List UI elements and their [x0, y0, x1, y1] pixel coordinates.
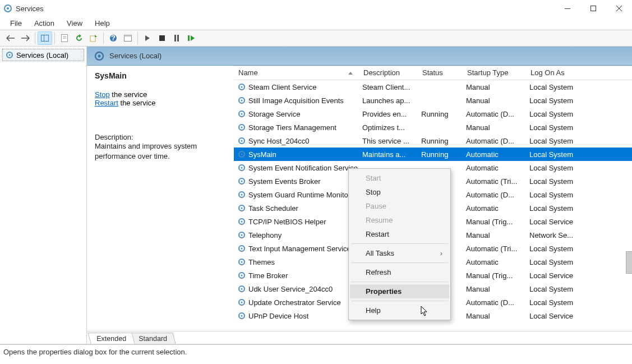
main-content: Services (Local) Services (Local) SysMai…	[0, 47, 632, 344]
service-row[interactable]: SysMainMaintains a...RunningAutomaticLoc…	[234, 148, 632, 161]
tree-item-services-local[interactable]: Services (Local)	[2, 49, 84, 61]
menu-view[interactable]: View	[61, 18, 88, 29]
context-refresh[interactable]: Refresh	[350, 265, 449, 279]
tree-pane: Services (Local)	[0, 47, 87, 344]
toolbar: ?	[0, 30, 632, 47]
title-bar: Services	[0, 0, 632, 17]
cell-startup: Manual	[463, 96, 526, 105]
svg-rect-18	[177, 35, 179, 42]
forward-button[interactable]	[18, 31, 33, 45]
svg-text:?: ?	[111, 34, 116, 42]
restart-service-link[interactable]: Restart	[95, 99, 118, 107]
stop-suffix: the service	[110, 90, 147, 99]
cell-name: Themes	[234, 257, 359, 266]
column-header-name[interactable]: Name	[234, 66, 359, 80]
context-restart[interactable]: Restart	[350, 227, 449, 241]
svg-point-29	[241, 113, 243, 115]
description-label: Description:	[95, 133, 226, 141]
minimize-button[interactable]	[555, 0, 580, 17]
svg-point-25	[241, 86, 243, 88]
detail-panel: SysMain Stop the service Restart the ser…	[87, 66, 234, 331]
cell-logon: Local Service	[526, 271, 591, 280]
list-header: Name Description Status Startup Type Log…	[234, 66, 632, 80]
cell-name: Telephony	[234, 231, 359, 239]
service-row[interactable]: Storage Tiers ManagementOptimizes t...Ma…	[234, 121, 632, 134]
maximize-button[interactable]	[580, 0, 606, 17]
cell-name: SysMain	[234, 150, 359, 159]
cell-name: Text Input Management Service	[234, 244, 359, 253]
start-service-button[interactable]	[140, 31, 155, 45]
cell-startup: Manual (Trig...	[463, 271, 526, 280]
cell-startup: Manual	[463, 312, 526, 320]
show-tree-button[interactable]	[38, 31, 52, 45]
pause-service-button[interactable]	[169, 31, 184, 45]
stop-service-link-line: Stop the service	[95, 90, 226, 99]
context-stop[interactable]: Stop	[350, 185, 449, 199]
column-header-logon[interactable]: Log On As	[526, 66, 591, 80]
cell-logon: Local System	[526, 298, 591, 307]
cell-startup: Automatic	[463, 150, 526, 159]
svg-rect-19	[188, 35, 190, 41]
play-icon	[145, 35, 150, 42]
toolbar-separator	[35, 32, 35, 44]
stop-service-button[interactable]	[155, 31, 169, 45]
context-all-tasks[interactable]: All Tasks	[350, 246, 449, 260]
cell-name: Udk User Service_204cc0	[234, 284, 359, 293]
close-button[interactable]	[606, 0, 632, 17]
menu-file[interactable]: File	[4, 18, 27, 29]
cell-startup: Manual	[463, 123, 526, 132]
description-text: Maintains and improves system performanc…	[95, 141, 226, 161]
svg-point-59	[241, 315, 243, 317]
cell-description: Steam Client...	[359, 83, 418, 91]
cell-description: Maintains a...	[359, 150, 418, 159]
refresh-button[interactable]	[72, 31, 86, 45]
stop-service-link[interactable]: Stop	[95, 90, 110, 99]
cell-name: Task Scheduler	[234, 204, 359, 213]
column-header-status[interactable]: Status	[418, 66, 463, 80]
help-button[interactable]: ?	[106, 31, 121, 45]
cell-startup: Automatic (Tri...	[463, 245, 526, 253]
console-button[interactable]	[121, 31, 135, 45]
cell-logon: Local System	[526, 191, 591, 199]
view-tabs: Extended Standard	[87, 331, 632, 344]
toolbar-separator	[103, 32, 104, 44]
back-button[interactable]	[3, 31, 18, 45]
svg-point-43	[241, 208, 243, 209]
column-header-startup[interactable]: Startup Type	[463, 66, 526, 80]
tab-extended[interactable]: Extended	[87, 333, 135, 344]
restart-service-link-line: Restart the service	[95, 99, 226, 107]
cell-startup: Manual (Trig...	[463, 218, 526, 226]
context-help[interactable]: Help	[350, 303, 449, 317]
cell-logon: Network Se...	[526, 231, 591, 239]
column-header-description[interactable]: Description	[359, 66, 418, 80]
service-row[interactable]: Storage ServiceProvides en...RunningAuto…	[234, 107, 632, 121]
properties-button[interactable]	[57, 31, 72, 45]
menu-help[interactable]: Help	[89, 18, 116, 29]
service-row[interactable]: Steam Client ServiceSteam Client...Manua…	[234, 80, 632, 94]
cell-logon: Local System	[526, 164, 591, 172]
cell-status: Running	[418, 150, 463, 159]
svg-point-53	[241, 275, 243, 277]
cell-startup: Manual	[463, 83, 526, 91]
menu-action[interactable]: Action	[29, 18, 60, 29]
pane-header-title: Services (Local)	[109, 52, 162, 60]
cell-status: Running	[418, 110, 463, 118]
cell-name: Time Broker	[234, 271, 359, 280]
svg-point-27	[241, 100, 243, 102]
cell-name: UPnP Device Host	[234, 311, 359, 320]
cell-logon: Local System	[526, 177, 591, 186]
restart-service-button[interactable]	[184, 31, 199, 45]
cell-name: System Events Broker	[234, 177, 359, 186]
context-properties[interactable]: Properties	[350, 284, 449, 298]
service-row[interactable]: Still Image Acquisition EventsLaunches a…	[234, 94, 632, 107]
tab-standard[interactable]: Standard	[130, 333, 176, 344]
cell-description: Launches ap...	[359, 96, 418, 105]
arrow-left-icon	[6, 35, 15, 42]
scrollbar-thumb[interactable]	[626, 251, 632, 274]
cell-name: System Guard Runtime Monitor	[234, 190, 359, 199]
export-button[interactable]	[86, 31, 101, 45]
svg-point-45	[241, 221, 243, 223]
toolbar-separator	[54, 32, 55, 44]
restart-suffix: the service	[118, 99, 155, 107]
service-row[interactable]: Sync Host_204cc0This service ...RunningA…	[234, 134, 632, 148]
